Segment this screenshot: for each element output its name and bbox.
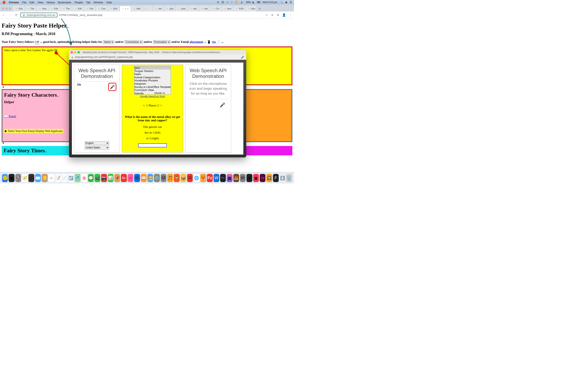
menu-file[interactable]: File: [22, 1, 26, 4]
popup-minimize[interactable]: [74, 51, 76, 53]
profile-avatar[interactable]: 👤: [282, 13, 286, 17]
new-tab-button[interactable]: +: [257, 6, 262, 11]
popup-urlbar[interactable]: 🔒 rjmprogramming.com.au/PHP/speech_super…: [69, 54, 246, 60]
numbers-app[interactable]: 📊: [108, 174, 113, 182]
firefox-app[interactable]: 🦊: [200, 174, 206, 182]
finder-app[interactable]: 🙂: [2, 174, 8, 182]
appstore-app[interactable]: Ⓐ: [134, 174, 140, 182]
browser-tab[interactable]: 🔸ww: [153, 6, 164, 11]
browser-tab[interactable]: 🔸ww: [199, 6, 210, 11]
status-icon[interactable]: ✵: [217, 1, 219, 4]
preview-app[interactable]: 🖼️: [147, 174, 153, 182]
answer-input[interactable]: [138, 143, 167, 147]
title-link[interactable]: [45, 148, 47, 154]
app[interactable]: F: [273, 174, 279, 182]
minimize-window[interactable]: [6, 8, 8, 10]
browser-tab[interactable]: 🔸ww: [187, 6, 199, 11]
select-connectives[interactable]: Connectives: [125, 40, 143, 44]
app[interactable]: ▣: [253, 174, 259, 182]
gimp-app[interactable]: 🦊: [233, 174, 239, 182]
url-path[interactable]: /HTMLCSS/fairy_story_assistant.php: [59, 13, 103, 17]
quiz-option[interactable]: Haiku: [134, 73, 171, 76]
app-name[interactable]: Chrome: [9, 1, 19, 4]
popup-close[interactable]: [71, 51, 73, 53]
mic-button[interactable]: 🎤: [220, 102, 225, 108]
menu-bookmarks[interactable]: Bookmarks: [58, 1, 71, 4]
browser-tab[interactable]: 🔸Edit: [72, 6, 84, 11]
quiz-option[interactable]: Hangman: [134, 82, 171, 85]
browser-tab[interactable]: 🔸java: [222, 6, 233, 11]
battery-status[interactable]: 69% 🔌: [246, 1, 254, 4]
spotlight-icon[interactable]: 🔍: [280, 1, 283, 4]
browser-tab[interactable]: 🔸RJN: [233, 6, 245, 11]
notes-app[interactable]: 📝: [55, 174, 61, 182]
chrome-menu[interactable]: ⋮: [289, 13, 292, 17]
music-app[interactable]: 🎵: [167, 174, 173, 182]
address-bar-lock[interactable]: 🔒 rjmprogramming.com.au: [20, 13, 57, 17]
siri-app[interactable]: ◉: [9, 174, 14, 182]
opera-app[interactable]: O: [187, 174, 193, 182]
volume-icon[interactable]: 🔊: [241, 1, 243, 4]
safari-app[interactable]: 🧭: [22, 174, 27, 182]
toggle-collapse[interactable]: —+: [35, 40, 39, 44]
apple-menu[interactable]: 🍎: [2, 1, 6, 4]
quiz-option[interactable]: Quiz: [134, 66, 171, 69]
brave-icon[interactable]: ▼: [271, 13, 274, 17]
mail-app[interactable]: ✉️: [35, 174, 41, 182]
browser-tab[interactable]: 🔸http: [131, 6, 143, 11]
calendar-app[interactable]: 16: [48, 174, 54, 182]
placement-link[interactable]: placement: [190, 40, 203, 44]
app[interactable]: 📦: [181, 174, 186, 182]
browser-tab[interactable]: 🔸Fair: [84, 6, 96, 11]
pushpin-app[interactable]: 📌: [114, 174, 120, 182]
wifi-icon[interactable]: 📶: [235, 1, 238, 4]
select-name[interactable]: Name: [103, 40, 114, 44]
siri-icon[interactable]: ◉: [285, 1, 287, 4]
back-button[interactable]: ←: [2, 13, 6, 17]
reminders-app[interactable]: ☑️: [68, 174, 74, 182]
contacts-app[interactable]: 📒: [42, 174, 47, 182]
browser-tab[interactable]: 🔸: [143, 6, 153, 11]
itunes-app[interactable]: ♫: [128, 174, 133, 182]
close-window[interactable]: [2, 8, 4, 10]
textedit-app[interactable]: 📄: [61, 174, 67, 182]
star-icon[interactable]: ☆: [265, 13, 268, 17]
tailor-link[interactable]: Tailor Your Own Emoji Display Web Applic…: [4, 129, 64, 133]
ps-app[interactable]: Ps: [220, 174, 226, 182]
google-speech-link[interactable]: Google Speech to Text: [140, 95, 164, 98]
title-link[interactable]: [57, 92, 59, 98]
browser-tab[interactable]: 🔸The: [60, 6, 72, 11]
extensions-icon[interactable]: ✦: [277, 13, 279, 17]
browser-tab[interactable]: 🔸Edit: [13, 6, 25, 11]
browser-tab[interactable]: 🔸fairy: [36, 6, 48, 11]
zoom-window[interactable]: [9, 8, 11, 10]
filezilla-app[interactable]: Fz: [207, 174, 213, 182]
browser-tab[interactable]: 🔸Edit: [48, 6, 60, 11]
audacity-app[interactable]: 🎧: [266, 174, 272, 182]
browser-tab[interactable]: 🔸Can: [96, 6, 108, 11]
browser-tab[interactable]: 🔸java: [176, 6, 187, 11]
trash-app[interactable]: 🗑️: [286, 174, 292, 182]
popup-titlebar[interactable]: Speaking Quiz (at least on Google Chrome…: [69, 50, 246, 54]
quiz-option[interactable]: Animal Categorization: [134, 76, 171, 79]
sms-icon[interactable]: 📱: [207, 40, 211, 44]
browser-tab[interactable]: 🔸The: [25, 6, 36, 11]
menu-view[interactable]: View: [37, 1, 43, 4]
browser-tab[interactable]: 🔸I×: [120, 6, 131, 11]
browser-tab[interactable]: 🔸Cro: [210, 6, 222, 11]
menu-tab[interactable]: Tab: [86, 1, 90, 4]
bluetooth-icon[interactable]: ᚼ: [231, 1, 233, 4]
email-link[interactable]: ✉️Email: [4, 114, 16, 118]
language-select[interactable]: English: [85, 141, 109, 145]
mamp-app[interactable]: Ⓜ: [161, 174, 166, 182]
via-link[interactable]: via: [212, 40, 216, 44]
quiz-type-list[interactable]: QuizTongue TwistersHaikuAnimal Categoriz…: [134, 66, 171, 95]
quiz-option[interactable]: Tongue Twisters: [134, 69, 171, 73]
dashboard-app[interactable]: ◴: [28, 174, 34, 182]
reload-button[interactable]: ⟳: [14, 13, 18, 17]
ibooks-app[interactable]: 📖: [141, 174, 147, 182]
browser-tab[interactable]: 🔸php: [164, 6, 176, 11]
region-select[interactable]: United States: [85, 146, 109, 150]
chrome-app[interactable]: 🌐: [194, 174, 199, 182]
menu-people[interactable]: People: [75, 1, 83, 4]
